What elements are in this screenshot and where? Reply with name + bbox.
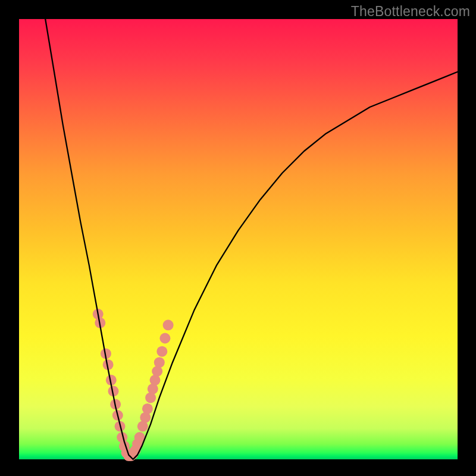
highlight-point [156, 346, 167, 357]
highlight-point [142, 403, 153, 414]
watermark-text: TheBottleneck.com [351, 4, 470, 20]
chart-frame: TheBottleneck.com [0, 0, 476, 476]
highlight-point [159, 333, 170, 344]
plot-area [19, 19, 458, 459]
highlight-point [154, 357, 165, 368]
highlight-markers [93, 309, 174, 461]
chart-svg [19, 19, 458, 459]
bottleneck-curve [45, 19, 458, 459]
highlight-point [163, 320, 174, 330]
